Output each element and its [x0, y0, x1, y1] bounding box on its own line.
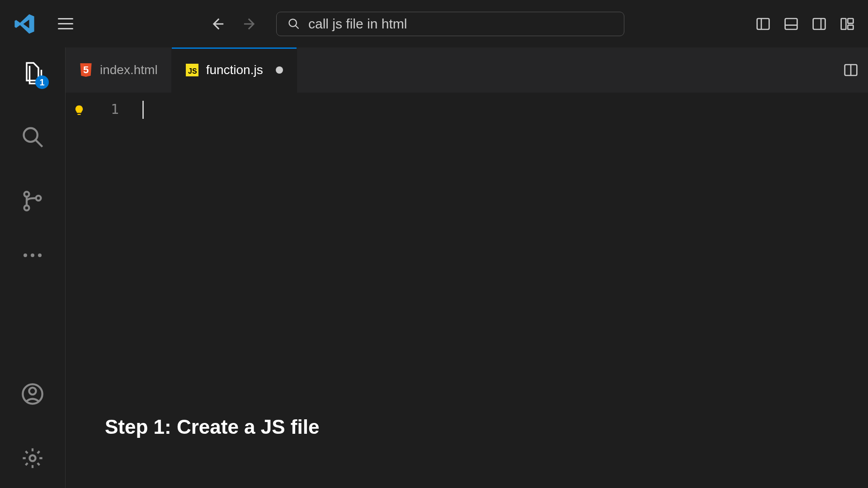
tab-label: index.html [100, 63, 158, 77]
command-center-search[interactable]: call js file in html [276, 12, 624, 36]
activity-explorer[interactable]: 1 [21, 61, 44, 84]
svg-rect-6 [813, 19, 826, 29]
activity-accounts[interactable] [21, 382, 44, 406]
svg-rect-4 [785, 19, 797, 29]
svg-line-12 [36, 140, 42, 147]
activity-settings[interactable] [21, 446, 44, 470]
activity-search[interactable] [21, 125, 44, 149]
toggle-secondary-sidebar-icon[interactable] [812, 17, 826, 31]
activity-bar: 1 [0, 47, 65, 488]
dirty-indicator-icon [276, 66, 283, 74]
nav-back-button[interactable] [209, 16, 225, 32]
text-cursor [142, 101, 144, 119]
svg-rect-10 [848, 25, 853, 29]
tab-index-html[interactable]: 5 index.html [66, 47, 172, 93]
svg-rect-9 [848, 19, 853, 23]
svg-rect-8 [841, 19, 846, 29]
nav-forward-button[interactable] [243, 16, 258, 32]
titlebar: call js file in html [0, 0, 868, 47]
js-icon: JS [185, 64, 199, 76]
titlebar-center: call js file in html [78, 12, 756, 36]
split-editor-icon[interactable] [844, 63, 858, 77]
tab-function-js[interactable]: JS function.js [172, 47, 297, 93]
activity-more[interactable] [24, 253, 42, 257]
svg-point-0 [289, 19, 297, 26]
activity-source-control[interactable] [21, 189, 44, 213]
tab-label: function.js [206, 63, 263, 77]
caption-overlay: Step 1: Create a JS file [105, 416, 319, 438]
toggle-panel-icon[interactable] [784, 17, 798, 31]
tab-bar: 5 index.html JS function.js [66, 47, 868, 93]
svg-point-11 [24, 128, 38, 142]
svg-point-15 [36, 196, 41, 201]
explorer-badge: 1 [35, 75, 49, 89]
svg-point-18 [30, 455, 36, 461]
svg-line-1 [296, 25, 299, 28]
customize-layout-icon[interactable] [840, 17, 854, 31]
nav-arrows [209, 16, 258, 32]
html5-icon: 5 [79, 64, 93, 76]
menu-button[interactable] [53, 14, 78, 34]
tabbar-actions [834, 47, 868, 93]
search-icon [288, 18, 300, 30]
lightbulb-icon[interactable] [73, 104, 85, 117]
toggle-primary-sidebar-icon[interactable] [756, 17, 770, 31]
svg-point-17 [29, 388, 36, 394]
svg-point-14 [24, 206, 29, 211]
svg-point-13 [24, 192, 29, 197]
search-text: call js file in html [308, 16, 407, 32]
svg-rect-2 [757, 19, 769, 29]
titlebar-right [756, 17, 854, 31]
vscode-logo-icon [14, 13, 35, 35]
